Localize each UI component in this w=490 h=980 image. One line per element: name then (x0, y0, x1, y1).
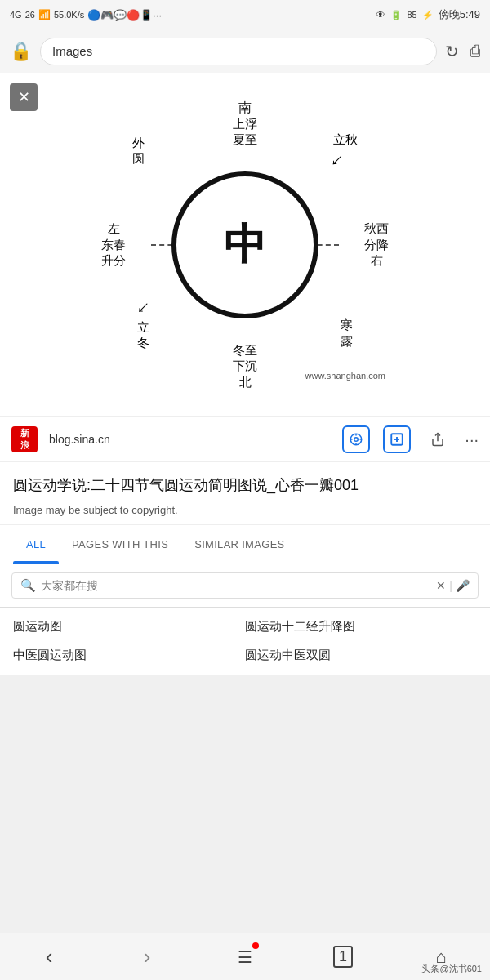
speed-text: 55.0K/s (54, 10, 84, 20)
tcm-circle: 中 (172, 172, 318, 318)
mic-icon: 🎤 (456, 579, 470, 592)
status-bar: 4G 26 📶 55.0K/s 🔵🎮💬🔴📱··· 👁 🔋 85 ⚡ 傍晚5:49 (0, 0, 490, 29)
nav-forward-button[interactable]: › (127, 941, 167, 973)
nav-tabs-button[interactable]: 1 (323, 941, 363, 973)
tcm-diagram: 中 南 上浮 夏至 立秋 ↓ 秋西 分降 右 寒露 (98, 98, 392, 392)
source-actions: ··· (342, 425, 479, 453)
center-character: 中 (224, 216, 266, 274)
status-right: 👁 🔋 85 ⚡ 傍晚5:49 (376, 7, 480, 22)
refresh-icon[interactable]: ↻ (445, 42, 459, 61)
tabs-bar: ALL PAGES WITH THIS SIMILAR IMAGES (0, 525, 490, 564)
title-section: 圆运动学说:二十四节气圆运动简明图说_心香一瓣001 Image may be … (0, 462, 490, 525)
page-title: 圆运动学说:二十四节气圆运动简明图说_心香一瓣001 (13, 475, 477, 496)
svg-point-1 (354, 438, 359, 442)
add-button[interactable] (383, 425, 411, 453)
source-bar: 新浪 blog.sina.cn (0, 416, 490, 462)
eye-icon: 👁 (376, 9, 385, 20)
tab-all[interactable]: ALL (13, 524, 59, 564)
x-icon: ✕ (436, 579, 446, 592)
more-options-button[interactable]: ··· (465, 430, 479, 449)
lock-icon: 🔒 (10, 41, 32, 62)
suggestion-row-2: 中医圆运动图 圆运动中医双圆 (0, 641, 490, 670)
clear-search-button[interactable]: ✕ | 🎤 (436, 579, 470, 592)
suggestion-row-1: 圆运动图 圆运动十二经升降图 (0, 612, 490, 641)
copyright-text: Image may be subject to copyright. (13, 504, 477, 516)
lens-button[interactable] (342, 425, 370, 453)
url-bar[interactable]: Images (40, 38, 437, 65)
app-icons: 🔵🎮💬🔴📱··· (87, 9, 162, 21)
label-top: 南 上浮 夏至 (233, 100, 257, 149)
tab-similar-images[interactable]: SIMILAR IMAGES (181, 524, 297, 564)
nav-back-button[interactable]: ‹ (29, 941, 69, 973)
signal-text: 4G (10, 10, 22, 20)
search-input-wrapper[interactable]: 🔍 ✕ | 🎤 (11, 572, 479, 599)
wifi-icon: 📶 (38, 9, 51, 20)
charge-icon: ⚡ (422, 10, 434, 20)
label-left: 左 东春 升分 (101, 221, 126, 270)
suggestion-item-3[interactable]: 中医圆运动图 (13, 648, 245, 663)
suggestion-item-2[interactable]: 圆运动十二经升降图 (245, 619, 477, 635)
label-top-right: 立秋 ↓ (333, 132, 358, 171)
search-icon: 🔍 (20, 578, 36, 593)
label-bottom-right: 寒露 (341, 318, 353, 350)
suggestion-item-1[interactable]: 圆运动图 (13, 619, 245, 635)
nav-menu-button[interactable]: ☰ (225, 941, 265, 973)
suggestion-item-4[interactable]: 圆运动中医双圆 (245, 648, 477, 663)
share-icon[interactable]: ⎙ (470, 42, 480, 60)
suggestions: 圆运动图 圆运动十二经升降图 中医圆运动图 圆运动中医双圆 (0, 608, 490, 675)
browser-bar: 🔒 Images ↻ ⎙ (0, 29, 490, 74)
main-image-container: ✕ 中 南 上浮 夏至 立秋 ↓ 秋西 分降 右 (0, 74, 490, 416)
label-bottom-left: ↑ 立 冬 (137, 297, 149, 351)
url-text: Images (52, 44, 92, 58)
time-text: 傍晚5:49 (439, 7, 480, 22)
label-right: 秋西 分降 右 (364, 221, 389, 270)
watermark: www.shanghan.com (305, 371, 385, 381)
label-top-left: 外 圆 (132, 136, 145, 167)
menu-notification-dot (252, 942, 259, 949)
browser-icons: ↻ ⎙ (445, 42, 480, 61)
search-bar: 🔍 ✕ | 🎤 (0, 564, 490, 608)
bottom-nav: ‹ › ☰ 1 ⌂ 头条@沈书601 (0, 933, 490, 980)
source-logo: 新浪 (11, 426, 38, 452)
label-bottom: 冬至 下沉 北 (233, 343, 257, 391)
divider: | (449, 579, 452, 592)
signal2-text: 26 (25, 10, 35, 20)
tab-pages-with-this[interactable]: PAGES WITH THIS (59, 524, 181, 564)
source-url[interactable]: blog.sina.cn (49, 433, 331, 446)
brand-label: 头条@沈书601 (421, 963, 482, 975)
status-left: 4G 26 📶 55.0K/s 🔵🎮💬🔴📱··· (10, 9, 162, 21)
battery-icon: 🔋 (390, 10, 402, 20)
search-input[interactable] (41, 579, 431, 592)
close-button[interactable]: ✕ (10, 83, 38, 111)
battery-text: 85 (407, 10, 416, 20)
share-button[interactable] (424, 425, 452, 453)
